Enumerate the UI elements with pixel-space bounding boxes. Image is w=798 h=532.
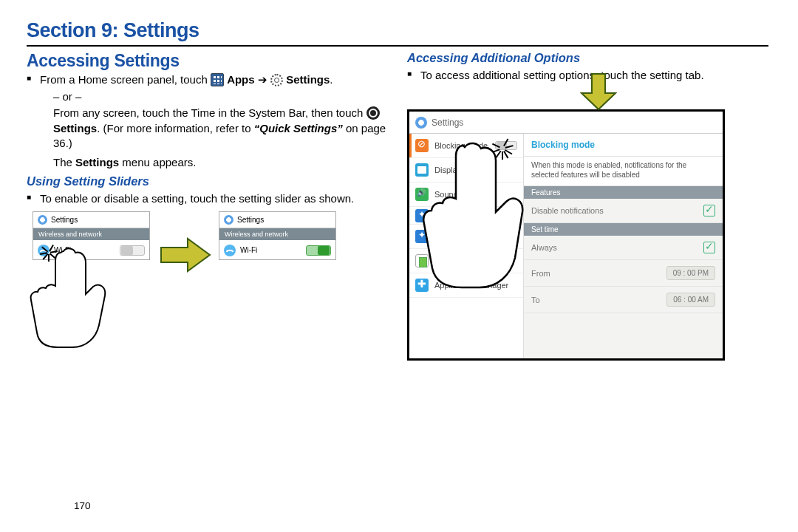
detail-title: Blocking mode [524, 134, 723, 157]
hand-icon [15, 245, 111, 349]
hand-icon [406, 141, 524, 289]
settings-panel-figure: Settings Blocking mode Display Sound Pow… [407, 109, 725, 361]
wifi-icon [224, 245, 236, 256]
step-1b: From any screen, touch the Time in the S… [27, 106, 388, 151]
wifi-toggle-on[interactable] [306, 245, 331, 256]
heading-sliders: Using Setting Sliders [27, 174, 388, 188]
mini-settings-on: Settings Wireless and network Wi-Fi [219, 211, 336, 260]
svg-marker-0 [161, 239, 210, 271]
settings-detail: Blocking mode When this mode is enabled,… [524, 134, 723, 358]
row-disable-notif[interactable]: Disable notifications [524, 199, 723, 223]
right-column: Accessing Additional Options To access a… [407, 51, 768, 361]
time-from[interactable]: 09 : 00 PM [666, 266, 715, 280]
right-arrow-icon [160, 237, 211, 273]
heading-additional: Accessing Additional Options [407, 51, 768, 65]
checkbox-icon[interactable] [703, 205, 715, 216]
features-header: Features [524, 186, 723, 199]
result-text: The Settings menu appears. [27, 155, 388, 170]
heading-accessing: Accessing Settings [27, 51, 388, 71]
left-column: Accessing Settings From a Home screen pa… [27, 51, 388, 361]
row-to[interactable]: To06 : 00 AM [524, 287, 723, 313]
step-1: From a Home screen panel, touch Apps ➔ S… [40, 72, 388, 87]
gear-icon [38, 215, 47, 225]
row-always[interactable]: Always [524, 236, 723, 260]
settime-header: Set time [524, 223, 723, 236]
slider-figure: Settings Wireless and network Wi-Fi [27, 211, 388, 352]
svg-marker-1 [582, 74, 615, 109]
section-title: Section 9: Settings [27, 19, 768, 42]
or-text: – or – [27, 90, 388, 103]
divider [27, 45, 768, 47]
row-from[interactable]: From09 : 00 PM [524, 260, 723, 287]
settings-dark-icon [366, 106, 380, 120]
apps-icon [211, 73, 224, 86]
wifi-toggle-off[interactable] [120, 245, 145, 256]
checkbox-icon[interactable] [703, 242, 715, 253]
gear-icon [224, 215, 233, 225]
detail-desc: When this mode is enabled, notifications… [524, 157, 723, 186]
settings-icon [270, 74, 283, 86]
down-arrow-icon [580, 72, 617, 111]
page-number: 170 [74, 500, 91, 511]
gear-icon [415, 117, 427, 129]
time-to[interactable]: 06 : 00 AM [666, 293, 715, 307]
slider-instruction: To enable or disable a setting, touch th… [40, 191, 388, 206]
